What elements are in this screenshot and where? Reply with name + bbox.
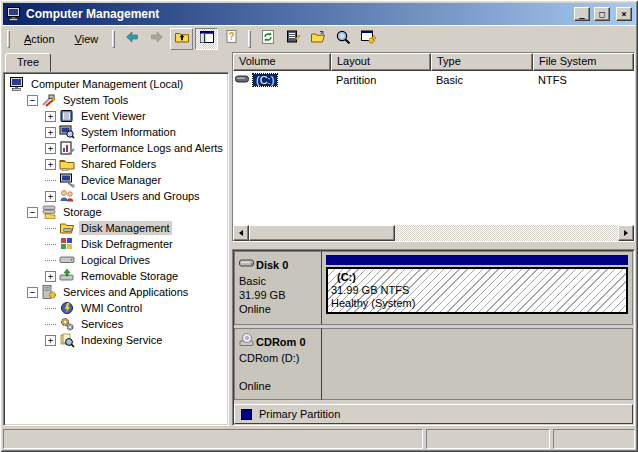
scrollbar-thumb[interactable] <box>249 225 395 241</box>
volume-cell[interactable]: (C:) <box>233 71 331 89</box>
toolbar-grip[interactable] <box>112 30 115 48</box>
system-information-icon <box>59 124 75 140</box>
tree-item-label: Services and Applications <box>61 285 190 299</box>
find-icon <box>335 29 351 48</box>
tab-tree[interactable]: Tree <box>5 53 51 72</box>
menu-view[interactable]: View <box>65 30 109 48</box>
forward-arrow-button[interactable] <box>145 28 168 50</box>
tree-item-label: Disk Defragmenter <box>79 237 175 251</box>
scroll-right-button[interactable] <box>618 225 634 241</box>
scrollbar-track[interactable] <box>395 225 618 241</box>
tree-expander[interactable]: + <box>45 127 56 138</box>
tree-connector <box>45 180 56 181</box>
tree-item-local-users-and-groups[interactable]: +Local Users and Groups <box>5 188 228 204</box>
legend-label: Primary Partition <box>259 408 340 420</box>
tree-connector <box>45 308 56 309</box>
partition-box[interactable]: (C:)31.99 GB NTFSHealthy (System) <box>326 267 628 314</box>
properties-button[interactable] <box>281 28 304 50</box>
tree-item-system-information[interactable]: +System Information <box>5 124 228 140</box>
tree-item-wmi-control[interactable]: WMI Control <box>5 300 228 316</box>
tree-item-computer-management-local-[interactable]: Computer Management (Local) <box>5 76 228 92</box>
tree-item-label: Services <box>79 317 125 331</box>
show-console-tree-button[interactable] <box>195 28 218 50</box>
console-settings-button[interactable] <box>356 28 379 50</box>
console-tree-pane: Tree Computer Management (Local)−System … <box>3 52 229 426</box>
tree-item-disk-defragmenter[interactable]: Disk Defragmenter <box>5 236 228 252</box>
show-console-tree-icon <box>199 29 215 48</box>
tree-item-disk-management[interactable]: Disk Management <box>5 220 228 236</box>
tree-item-removable-storage[interactable]: +Removable Storage <box>5 268 228 284</box>
tree-item-label: Device Manager <box>79 173 163 187</box>
disk-name-text: Disk 0 <box>256 258 288 272</box>
disk-region-area[interactable]: (C:)31.99 GB NTFSHealthy (System) <box>322 251 633 325</box>
tree-item-indexing-service[interactable]: +Indexing Service <box>5 332 228 348</box>
tree-item-shared-folders[interactable]: +Shared Folders <box>5 156 228 172</box>
tree-item-system-tools[interactable]: −System Tools <box>5 92 228 108</box>
event-viewer-icon <box>59 108 75 124</box>
menu-action[interactable]: Action <box>14 30 65 48</box>
cd-rom-icon <box>239 332 256 351</box>
disk-defragmenter-icon <box>59 236 75 252</box>
status-segment <box>3 429 423 449</box>
disk-row-disk-0[interactable]: Disk 0Basic31.99 GBOnline(C:)31.99 GB NT… <box>234 251 633 325</box>
tree-item-storage[interactable]: −Storage <box>5 204 228 220</box>
disk-detail-line: Basic <box>239 274 317 288</box>
tree-item-services-and-applications[interactable]: −Services and Applications <box>5 284 228 300</box>
column-header-type[interactable]: Type <box>431 53 533 71</box>
column-header-file-system[interactable]: File System <box>533 53 634 71</box>
disk-region-area[interactable] <box>322 328 633 400</box>
disk-detail-line <box>239 365 317 379</box>
main-area: Tree Computer Management (Local)−System … <box>3 52 635 426</box>
volume-name: (C:) <box>253 74 277 86</box>
disk-row-cdrom-0[interactable]: CDRom 0CDRom (D:) Online <box>234 328 633 400</box>
tree-item-performance-logs-and-alerts[interactable]: +Performance Logs and Alerts <box>5 140 228 156</box>
tree-item-event-viewer[interactable]: +Event Viewer <box>5 108 228 124</box>
tree-expander[interactable]: + <box>45 191 56 202</box>
maximize-button[interactable]: □ <box>594 7 610 21</box>
horizontal-scrollbar[interactable] <box>233 225 634 241</box>
tree-item-services[interactable]: Services <box>5 316 228 332</box>
tree-expander[interactable]: + <box>45 159 56 170</box>
toolbar-grip[interactable] <box>7 30 10 48</box>
disk-label[interactable]: Disk 0Basic31.99 GBOnline <box>234 251 322 325</box>
partition-size: 31.99 GB NTFS <box>328 284 626 297</box>
toolbar-grip[interactable] <box>248 30 251 48</box>
find-button[interactable] <box>331 28 354 50</box>
scroll-left-button[interactable] <box>233 225 249 241</box>
tree-item-label: Logical Drives <box>79 253 152 267</box>
disk-label[interactable]: CDRom 0CDRom (D:) Online <box>234 328 322 400</box>
tree-item-device-manager[interactable]: Device Manager <box>5 172 228 188</box>
list-body[interactable]: (C:)PartitionBasicNTFS <box>233 71 634 225</box>
title-bar[interactable]: Computer Management _ □ × <box>3 3 635 25</box>
pane-splitter[interactable] <box>232 242 635 249</box>
export-list-button[interactable] <box>306 28 329 50</box>
help-button[interactable]: ? <box>220 28 243 50</box>
disk-graphical-view: Disk 0Basic31.99 GBOnline(C:)31.99 GB NT… <box>232 249 635 426</box>
wmi-control-icon <box>59 300 75 316</box>
tree-connector <box>45 324 56 325</box>
column-header-volume[interactable]: Volume <box>233 53 331 71</box>
export-list-icon <box>310 29 326 48</box>
tree-item-logical-drives[interactable]: Logical Drives <box>5 252 228 268</box>
tree-expander[interactable]: + <box>45 143 56 154</box>
tree-expander[interactable]: − <box>27 95 38 106</box>
app-icon <box>6 6 22 22</box>
tree-expander[interactable]: − <box>27 207 38 218</box>
layout-cell: Partition <box>331 74 431 86</box>
volume-list-view: VolumeLayoutTypeFile System (C:)Partitio… <box>232 52 635 242</box>
back-arrow-icon <box>124 29 140 48</box>
partition-name: (C:) <box>328 271 626 284</box>
details-pane: VolumeLayoutTypeFile System (C:)Partitio… <box>232 52 635 426</box>
up-one-level-button[interactable] <box>170 28 193 50</box>
minimize-button[interactable]: _ <box>574 7 590 21</box>
tree-expander[interactable]: + <box>45 111 56 122</box>
close-button[interactable]: × <box>616 7 632 21</box>
volume-row[interactable]: (C:)PartitionBasicNTFS <box>233 71 634 88</box>
tree-expander[interactable]: + <box>45 335 56 346</box>
tree-item-label: WMI Control <box>79 301 144 315</box>
tree-expander[interactable]: + <box>45 271 56 282</box>
back-arrow-button[interactable] <box>120 28 143 50</box>
refresh-button[interactable] <box>256 28 279 50</box>
tree-expander[interactable]: − <box>27 287 38 298</box>
column-header-layout[interactable]: Layout <box>331 53 431 71</box>
